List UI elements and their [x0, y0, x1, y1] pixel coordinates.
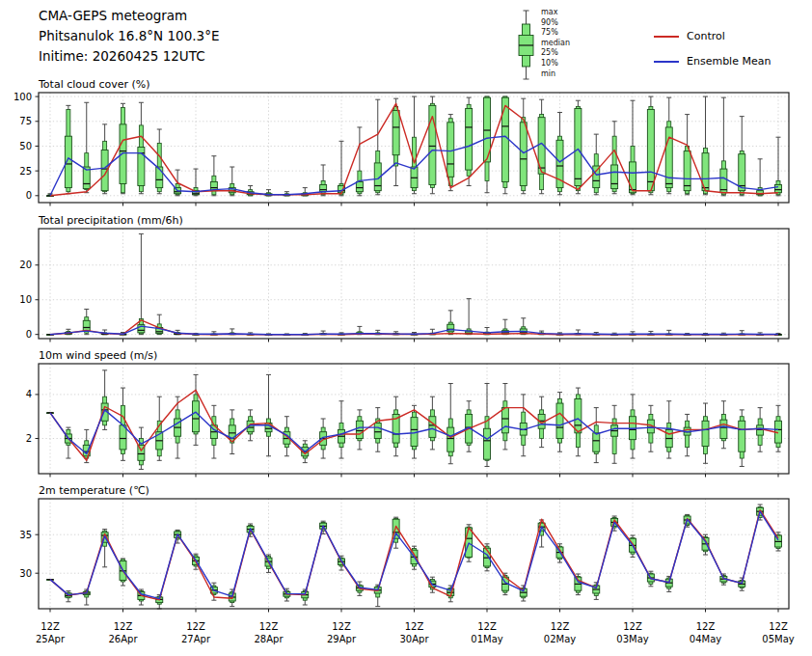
legend-label-10: 10%: [541, 59, 570, 69]
ensemble-boxplots: [47, 233, 782, 335]
header: CMA-GEPS meteogram Phitsanulok 16.8°N 10…: [39, 6, 219, 67]
svg-text:12Z: 12Z: [623, 621, 642, 632]
location-label: Phitsanulok 16.8°N 100.3°E: [39, 26, 219, 46]
meteogram-app: CMA-GEPS meteogram Phitsanulok 16.8°N 10…: [0, 0, 812, 656]
svg-text:10: 10: [19, 294, 32, 305]
svg-text:01May: 01May: [471, 634, 502, 644]
panel-2: 2410m wind speed (m/s): [26, 349, 789, 478]
axis-ticks: 3035: [19, 530, 778, 613]
svg-text:29Apr: 29Apr: [327, 634, 357, 644]
svg-text:50: 50: [19, 141, 32, 151]
svg-text:20: 20: [19, 260, 32, 270]
svg-text:25: 25: [19, 166, 32, 177]
panel-title-0: Total cloud cover (%): [38, 78, 150, 91]
svg-text:12Z: 12Z: [259, 621, 279, 632]
svg-text:0: 0: [26, 329, 32, 340]
svg-text:4: 4: [26, 389, 32, 399]
ensemble-legend-line: [654, 61, 679, 63]
panel-1: 01020Total precipitation (mm/6h): [19, 214, 789, 342]
legend-label-max: max: [541, 8, 570, 18]
legend-label-min: min: [541, 69, 570, 80]
boxplot-legend-glyph: [519, 11, 533, 79]
panel-title-1: Total precipitation (mm/6h): [38, 214, 183, 227]
svg-text:100: 100: [14, 92, 32, 102]
boxplot-legend-labels: max 90% 75% median 25% 10% min: [541, 8, 570, 79]
control-legend-line: [654, 36, 679, 38]
legend-label-90: 90%: [541, 18, 570, 29]
x-axis-labels: 12Z25Apr12Z26Apr12Z27Apr12Z28Apr12Z29Apr…: [36, 621, 795, 644]
svg-text:75: 75: [19, 116, 32, 126]
svg-text:27Apr: 27Apr: [181, 634, 211, 644]
legend-label-median: median: [541, 39, 570, 49]
control-legend-label: Control: [687, 30, 725, 42]
svg-text:30: 30: [19, 568, 32, 579]
svg-text:2: 2: [26, 433, 32, 444]
legend-label-25: 25%: [541, 48, 570, 59]
panel-3: 30352m temperature (℃): [19, 484, 789, 613]
svg-text:03May: 03May: [616, 634, 648, 644]
svg-text:0: 0: [26, 190, 32, 201]
svg-text:04May: 04May: [690, 634, 721, 644]
svg-text:35: 35: [19, 530, 32, 540]
legend-label-75: 75%: [541, 28, 570, 39]
ensemble-legend-label: Ensemble Mean: [687, 55, 771, 68]
svg-text:12Z: 12Z: [551, 621, 570, 632]
page-title: CMA-GEPS meteogram: [39, 6, 219, 26]
panel-title-3: 2m temperature (℃): [39, 484, 149, 497]
panel-frame: [39, 229, 789, 339]
svg-text:26Apr: 26Apr: [108, 634, 138, 644]
svg-text:12Z: 12Z: [114, 621, 133, 632]
svg-text:25Apr: 25Apr: [36, 634, 66, 644]
svg-text:12Z: 12Z: [405, 621, 424, 632]
svg-text:12Z: 12Z: [186, 621, 205, 632]
svg-text:05May: 05May: [762, 634, 794, 644]
svg-text:12Z: 12Z: [41, 621, 60, 632]
grid: [39, 229, 789, 339]
svg-text:12Z: 12Z: [769, 621, 788, 632]
inittime-label: Initime: 20260425 12UTC: [39, 46, 219, 67]
meteogram-chart: 0255075100Total cloud cover (%)01020Tota…: [0, 0, 812, 656]
panel-0: 0255075100Total cloud cover (%): [14, 78, 789, 206]
svg-text:12Z: 12Z: [477, 621, 497, 632]
svg-text:12Z: 12Z: [332, 621, 351, 632]
svg-text:12Z: 12Z: [696, 621, 716, 632]
svg-text:02May: 02May: [544, 634, 576, 644]
panel-title-2: 10m wind speed (m/s): [39, 349, 157, 362]
svg-text:28Apr: 28Apr: [254, 634, 284, 644]
svg-text:30Apr: 30Apr: [399, 634, 429, 644]
